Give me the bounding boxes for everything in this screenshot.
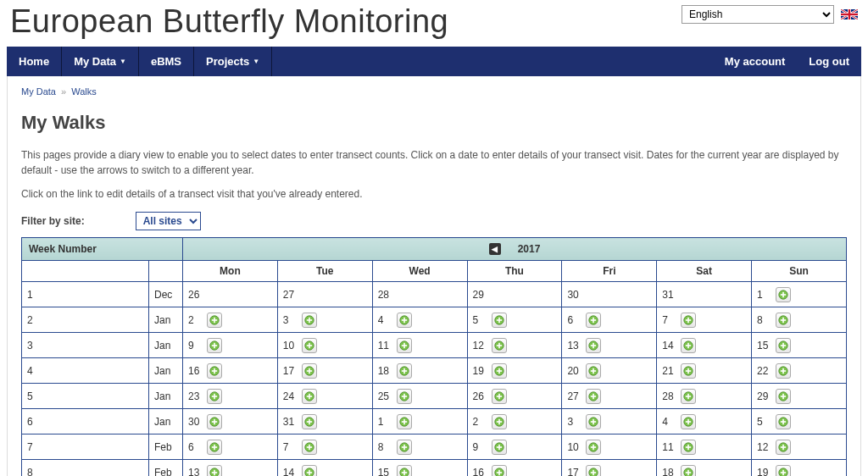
add-walk-button[interactable]	[776, 389, 791, 404]
add-walk-button[interactable]	[681, 313, 696, 328]
add-walk-button[interactable]	[776, 440, 791, 455]
day-number: 26	[473, 390, 487, 402]
add-walk-button[interactable]	[681, 389, 696, 404]
svg-rect-4	[841, 14, 858, 15]
svg-rect-37	[401, 345, 406, 346]
svg-rect-52	[212, 370, 217, 372]
day-number: 1	[757, 289, 771, 301]
day-cell: 8	[372, 434, 467, 460]
breadcrumb-parent[interactable]: My Data	[21, 86, 56, 97]
day-cell: 21	[657, 358, 752, 384]
svg-rect-76	[307, 396, 312, 397]
nav-item-my-data[interactable]: My Data ▼	[62, 47, 139, 76]
svg-rect-127	[591, 446, 596, 448]
add-walk-button[interactable]	[586, 414, 601, 429]
add-walk-button[interactable]	[207, 414, 222, 429]
add-walk-button[interactable]	[207, 440, 222, 455]
add-walk-button[interactable]	[681, 465, 696, 477]
add-walk-button[interactable]	[681, 440, 696, 455]
add-walk-button[interactable]	[776, 363, 791, 379]
add-walk-button[interactable]	[397, 414, 412, 429]
add-walk-button[interactable]	[492, 465, 507, 477]
year-label: 2017	[518, 243, 541, 255]
add-walk-button[interactable]	[397, 313, 412, 328]
day-number: 18	[662, 467, 676, 477]
breadcrumb-current: Walks	[71, 86, 97, 97]
add-walk-button[interactable]	[207, 363, 222, 379]
day-cell: 17	[277, 358, 372, 384]
add-walk-button[interactable]	[302, 313, 317, 328]
svg-rect-28	[781, 319, 786, 321]
svg-rect-97	[307, 421, 312, 423]
add-walk-button[interactable]	[586, 440, 601, 455]
add-walk-button[interactable]	[492, 414, 507, 429]
add-walk-button[interactable]	[397, 389, 412, 404]
day-cell: 10	[277, 333, 372, 358]
add-walk-button[interactable]	[397, 465, 412, 477]
add-walk-button[interactable]	[681, 338, 696, 353]
add-walk-button[interactable]	[397, 440, 412, 455]
day-number: 7	[283, 441, 297, 453]
add-walk-button[interactable]	[207, 338, 222, 353]
svg-rect-109	[686, 421, 691, 423]
prev-year-button[interactable]: ◀	[489, 243, 501, 255]
add-walk-button[interactable]	[207, 465, 222, 477]
add-walk-button[interactable]	[776, 287, 791, 302]
nav-item-log-out[interactable]: Log out	[797, 47, 861, 76]
add-walk-button[interactable]	[681, 363, 696, 379]
add-walk-button[interactable]	[492, 440, 507, 455]
add-walk-button[interactable]	[492, 313, 507, 328]
add-walk-button[interactable]	[302, 414, 317, 429]
nav-item-projects[interactable]: Projects ▼	[194, 47, 272, 76]
nav-item-ebms[interactable]: eBMS	[139, 47, 194, 76]
language-select[interactable]: English	[682, 5, 834, 24]
add-walk-button[interactable]	[681, 414, 696, 429]
add-walk-button[interactable]	[207, 389, 222, 404]
nav-item-home[interactable]: Home	[7, 47, 62, 76]
add-walk-button[interactable]	[586, 313, 601, 328]
add-walk-button[interactable]	[302, 363, 317, 379]
add-walk-button[interactable]	[397, 338, 412, 353]
day-number: 11	[662, 441, 676, 453]
add-walk-button[interactable]	[776, 313, 791, 328]
add-walk-button[interactable]	[776, 414, 791, 429]
day-cell: 12	[467, 333, 562, 358]
chevron-down-icon: ▼	[120, 58, 126, 65]
nav-item-my-account[interactable]: My account	[713, 47, 798, 76]
add-walk-button[interactable]	[776, 338, 791, 353]
site-filter-select[interactable]: All sites	[136, 212, 201, 230]
dow-header: Thu	[467, 261, 562, 282]
day-number: 29	[757, 390, 771, 402]
day-number: 12	[757, 441, 771, 453]
day-cell: 6	[183, 434, 278, 460]
add-walk-button[interactable]	[776, 465, 791, 477]
add-walk-button[interactable]	[207, 313, 222, 328]
day-number: 16	[188, 365, 202, 377]
svg-rect-10	[212, 319, 217, 321]
day-cell: 6	[562, 307, 657, 333]
day-cell: 24	[277, 384, 372, 409]
add-walk-button[interactable]	[492, 338, 507, 353]
add-walk-button[interactable]	[302, 465, 317, 477]
day-cell: 13	[183, 460, 278, 477]
add-walk-button[interactable]	[586, 389, 601, 404]
day-number: 4	[378, 314, 392, 326]
add-walk-button[interactable]	[302, 389, 317, 404]
svg-rect-46	[686, 345, 691, 346]
add-walk-button[interactable]	[492, 389, 507, 404]
day-cell: 8	[752, 307, 847, 333]
day-cell: 2	[467, 409, 562, 434]
day-cell: 14	[277, 460, 372, 477]
add-walk-button[interactable]	[397, 363, 412, 379]
day-number: 9	[473, 441, 487, 453]
day-cell: 26	[183, 282, 278, 307]
svg-rect-115	[212, 446, 217, 448]
add-walk-button[interactable]	[586, 363, 601, 379]
add-walk-button[interactable]	[586, 338, 601, 353]
add-walk-button[interactable]	[302, 440, 317, 455]
add-walk-button[interactable]	[492, 363, 507, 379]
page-title: My Walks	[21, 112, 847, 134]
add-walk-button[interactable]	[586, 465, 601, 477]
svg-rect-121	[401, 446, 406, 448]
add-walk-button[interactable]	[302, 338, 317, 353]
